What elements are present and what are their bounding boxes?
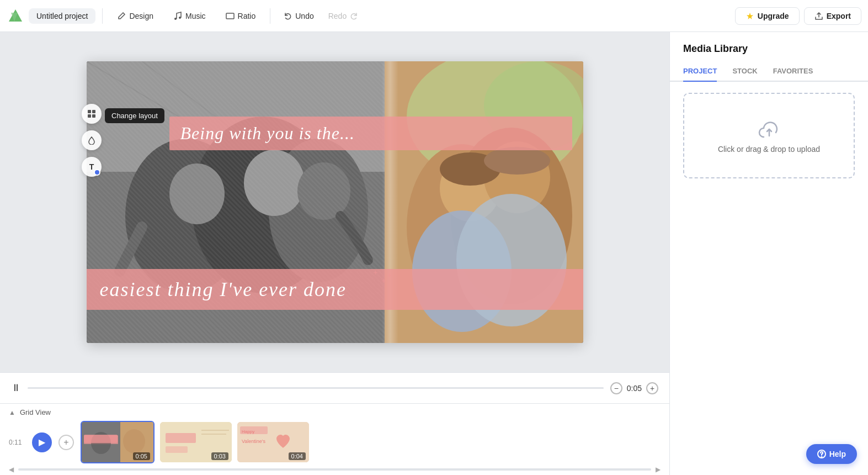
- scroll-track[interactable]: [18, 468, 651, 471]
- scroll-left-arrow[interactable]: ◀: [9, 466, 14, 473]
- grid-view-label: Grid View: [20, 408, 51, 416]
- media-library-body: Click or drag & drop to upload: [670, 82, 868, 475]
- upload-cloud-icon: [756, 116, 782, 138]
- layout-btn-container: Change layout: [82, 104, 102, 124]
- undo-button[interactable]: Undo: [277, 8, 320, 24]
- design-button[interactable]: Design: [109, 8, 161, 24]
- color-button[interactable]: [82, 130, 102, 150]
- timeline-add-button[interactable]: +: [58, 435, 74, 450]
- canvas-area: Change layout T: [0, 32, 669, 475]
- upgrade-button[interactable]: Upgrade: [735, 7, 800, 25]
- timeline-scroll: ◀ ▶: [0, 463, 669, 475]
- svg-marker-5: [747, 13, 753, 19]
- tab-stock[interactable]: STOCK: [732, 61, 757, 82]
- left-toolbar: Change layout T: [82, 104, 102, 177]
- export-button[interactable]: Export: [804, 7, 861, 25]
- svg-text:Happy: Happy: [242, 429, 254, 434]
- playbar: ⏸ − 0:05 +: [0, 372, 669, 403]
- thumb-1-duration: 0:05: [133, 452, 150, 460]
- upload-text: Click or drag & drop to upload: [718, 144, 820, 155]
- ratio-button[interactable]: Ratio: [218, 8, 264, 24]
- help-icon: [817, 450, 826, 458]
- canvas-container: Being with you is the... easiest thing I…: [87, 61, 583, 343]
- text-dot: [94, 169, 100, 176]
- music-button[interactable]: Music: [166, 8, 214, 24]
- svg-rect-38: [166, 433, 196, 443]
- timeline-time: 0:11: [9, 439, 25, 446]
- media-library-title: Media Library: [670, 32, 868, 55]
- editor-wrap: Change layout T: [0, 32, 669, 372]
- timeline-thumb-1[interactable]: 0:05: [81, 421, 155, 463]
- timeline: ▲ Grid View 0:11 ▶ +: [0, 403, 669, 475]
- droplet-icon: [87, 136, 96, 145]
- time-decrease-button[interactable]: −: [610, 382, 622, 394]
- pencil-icon: [117, 12, 126, 20]
- export-icon: [814, 12, 823, 20]
- project-name-button[interactable]: Untitled project: [29, 8, 95, 24]
- svg-rect-8: [88, 114, 91, 118]
- ratio-icon: [226, 12, 235, 20]
- layout-tooltip: Change layout: [105, 108, 164, 123]
- music-icon: [173, 12, 182, 20]
- svg-point-29: [484, 147, 550, 175]
- scroll-right-arrow[interactable]: ▶: [656, 466, 661, 473]
- change-layout-button[interactable]: [82, 104, 102, 124]
- tab-project[interactable]: PROJECT: [683, 61, 717, 82]
- playbar-time: − 0:05 +: [610, 382, 658, 394]
- divider-1: [102, 8, 103, 24]
- svg-rect-6: [88, 110, 91, 113]
- svg-rect-9: [92, 114, 95, 118]
- timeline-thumb-2[interactable]: 0:03: [160, 422, 232, 462]
- text-icon-label: T: [89, 162, 94, 171]
- upload-zone[interactable]: Click or drag & drop to upload: [683, 93, 855, 178]
- time-increase-button[interactable]: +: [646, 382, 658, 394]
- divider-2: [270, 8, 270, 24]
- timeline-header: ▲ Grid View: [0, 404, 669, 421]
- app-logo: [7, 7, 24, 25]
- media-library-tabs: PROJECT STOCK FAVORITES: [670, 61, 868, 82]
- layout-icon: [87, 109, 96, 118]
- main-area: Change layout T: [0, 32, 868, 475]
- redo-icon: [349, 12, 358, 20]
- undo-icon: [284, 12, 292, 20]
- star-icon: [745, 12, 754, 20]
- text-overlay-top[interactable]: Being with you is the...: [169, 117, 572, 150]
- help-button[interactable]: Help: [806, 444, 857, 464]
- svg-rect-7: [92, 110, 95, 113]
- collapse-icon[interactable]: ▲: [9, 409, 15, 416]
- thumbnail-strip: 0:05: [81, 421, 309, 463]
- topbar: Untitled project Design Music Ratio: [0, 0, 868, 32]
- pause-button[interactable]: ⏸: [11, 382, 21, 394]
- text-overlay-bottom[interactable]: easiest thing I've ever done: [87, 269, 583, 310]
- undo-redo-group: Undo Redo: [277, 8, 365, 24]
- svg-text:Valentine's: Valentine's: [242, 439, 266, 444]
- svg-rect-39: [166, 446, 188, 453]
- svg-rect-4: [226, 13, 234, 19]
- timeline-play-button[interactable]: ▶: [32, 432, 52, 452]
- svg-point-48: [821, 457, 822, 457]
- thumb-2-duration: 0:03: [211, 452, 228, 460]
- thumb-1-text-bar: [84, 435, 118, 443]
- svg-point-3: [179, 17, 181, 19]
- svg-point-2: [174, 18, 177, 20]
- tab-favorites[interactable]: FAVORITES: [773, 61, 813, 82]
- text-button[interactable]: T: [82, 157, 102, 177]
- timeline-thumb-3[interactable]: Happy Valentine's 0:04: [237, 422, 309, 462]
- playbar-track[interactable]: [28, 387, 604, 389]
- svg-point-36: [123, 429, 145, 453]
- thumb-3-duration: 0:04: [289, 452, 306, 460]
- redo-button[interactable]: Redo: [322, 8, 365, 24]
- timeline-body: 0:11 ▶ +: [0, 421, 669, 463]
- right-panel: › Media Library PROJECT STOCK FAVORITES …: [669, 32, 868, 475]
